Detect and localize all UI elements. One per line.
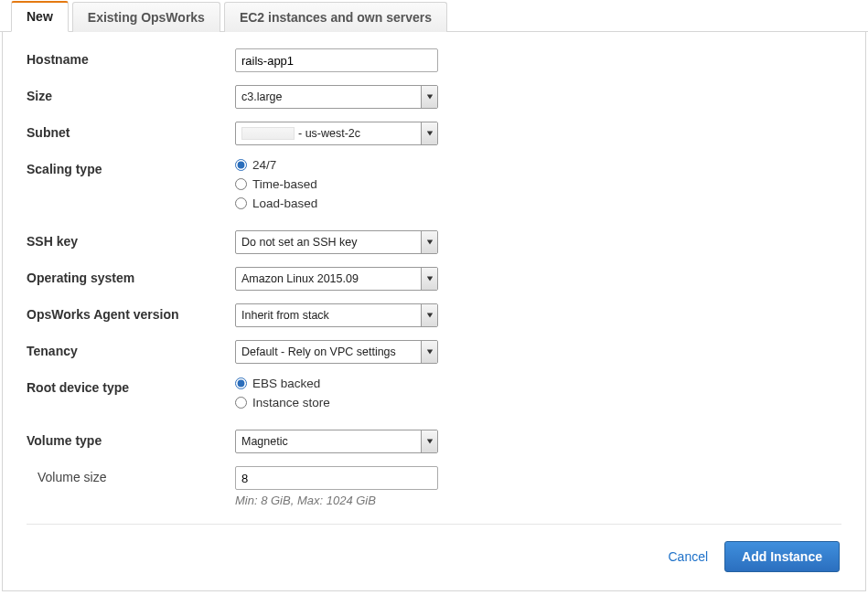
scaling-type-group: 24/7 Time-based Load-based [235, 158, 317, 210]
size-select[interactable]: c3.large [235, 85, 438, 109]
scaling-type-label: Scaling type [27, 158, 235, 176]
scaling-type-247[interactable]: 24/7 [235, 158, 317, 172]
root-device-group: EBS backed Instance store [235, 377, 330, 409]
root-device-instance-store-radio[interactable] [235, 397, 247, 409]
chevron-down-icon [421, 86, 437, 108]
root-device-ebs-label: EBS backed [252, 377, 320, 390]
ssh-key-select-value: Do not set an SSH key [236, 231, 421, 253]
scaling-type-load-label: Load-based [252, 197, 317, 210]
svg-marker-1 [426, 132, 432, 136]
volume-type-select-value: Magnetic [236, 430, 421, 452]
size-select-value: c3.large [236, 86, 421, 108]
add-instance-button[interactable]: Add Instance [724, 541, 840, 572]
tenancy-select-value: Default - Rely on VPC settings [236, 341, 421, 363]
root-device-label: Root device type [27, 377, 235, 395]
chevron-down-icon [421, 122, 437, 144]
scaling-type-time[interactable]: Time-based [235, 177, 317, 191]
new-instance-panel: Hostname Size c3.large Subnet - us-west-… [2, 32, 866, 591]
svg-marker-3 [426, 277, 432, 282]
root-device-instance-store-label: Instance store [252, 396, 330, 409]
chevron-down-icon [421, 304, 437, 326]
tab-existing-opsworks[interactable]: Existing OpsWorks [72, 2, 220, 32]
agent-version-label: OpsWorks Agent version [27, 303, 235, 322]
chevron-down-icon [421, 341, 437, 363]
separator [27, 524, 841, 525]
chevron-down-icon [421, 430, 437, 452]
tenancy-select[interactable]: Default - Rely on VPC settings [235, 340, 438, 364]
cancel-button[interactable]: Cancel [669, 549, 709, 564]
scaling-type-time-label: Time-based [252, 177, 317, 191]
root-device-ebs[interactable]: EBS backed [235, 377, 330, 390]
svg-marker-5 [426, 350, 432, 355]
scaling-type-time-radio[interactable] [235, 178, 247, 190]
subnet-label: Subnet [27, 122, 235, 140]
ssh-key-select[interactable]: Do not set an SSH key [235, 230, 438, 254]
tenancy-label: Tenancy [27, 340, 235, 358]
subnet-select[interactable]: - us-west-2c [235, 122, 438, 145]
chevron-down-icon [421, 268, 437, 290]
agent-version-select-value: Inherit from stack [236, 304, 421, 326]
actions-bar: Cancel Add Instance [27, 537, 841, 574]
os-select-value: Amazon Linux 2015.09 [236, 268, 421, 290]
subnet-redacted-id [241, 127, 295, 140]
volume-size-hint: Min: 8 GiB, Max: 1024 GiB [235, 494, 438, 507]
os-select[interactable]: Amazon Linux 2015.09 [235, 267, 438, 291]
tab-new[interactable]: New [11, 1, 69, 32]
tab-ec2-own-servers[interactable]: EC2 instances and own servers [224, 2, 447, 32]
ssh-key-label: SSH key [27, 230, 235, 249]
volume-type-label: Volume type [27, 430, 235, 448]
os-label: Operating system [27, 267, 235, 285]
tabs-bar: New Existing OpsWorks EC2 instances and … [0, 0, 868, 32]
volume-size-label: Volume size [27, 466, 235, 484]
svg-marker-0 [426, 95, 432, 100]
svg-marker-6 [426, 440, 432, 444]
size-label: Size [27, 85, 235, 103]
svg-marker-4 [426, 313, 432, 318]
scaling-type-load[interactable]: Load-based [235, 197, 317, 210]
agent-version-select[interactable]: Inherit from stack [235, 303, 438, 327]
scaling-type-247-label: 24/7 [252, 158, 276, 172]
subnet-select-value: - us-west-2c [236, 122, 421, 144]
subnet-az-suffix: - us-west-2c [298, 127, 360, 140]
volume-size-input[interactable] [235, 466, 438, 490]
volume-type-select[interactable]: Magnetic [235, 430, 438, 453]
hostname-input[interactable] [235, 48, 438, 72]
scaling-type-load-radio[interactable] [235, 197, 247, 209]
root-device-instance-store[interactable]: Instance store [235, 396, 330, 409]
svg-marker-2 [426, 240, 432, 245]
scaling-type-247-radio[interactable] [235, 159, 247, 171]
chevron-down-icon [421, 231, 437, 253]
root-device-ebs-radio[interactable] [235, 377, 247, 389]
hostname-label: Hostname [27, 48, 235, 67]
